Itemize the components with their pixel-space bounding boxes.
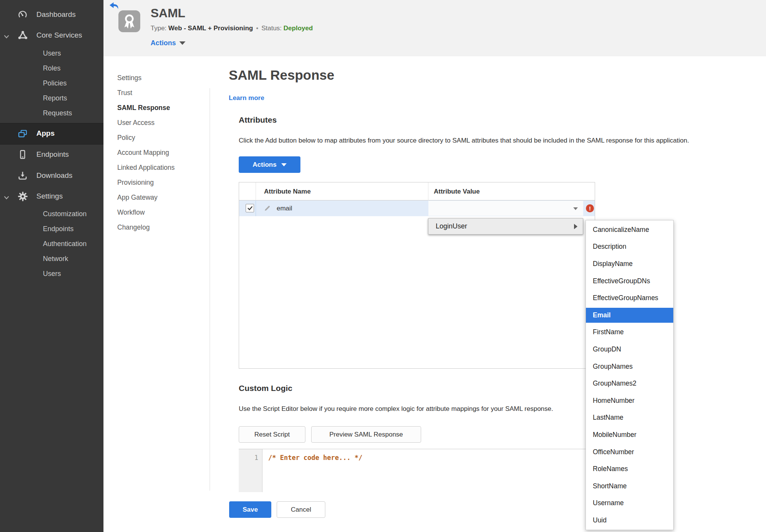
attributes-actions-label: Actions xyxy=(253,161,276,169)
sidebar-item-endpoints[interactable]: Endpoints xyxy=(0,147,103,162)
menu-item-lastname[interactable]: LastName xyxy=(586,409,673,427)
row-checkbox[interactable] xyxy=(246,204,254,212)
sidebar-subitem-label: Policies xyxy=(43,79,67,87)
menu-item-shortname[interactable]: ShortName xyxy=(586,478,673,495)
sidebar-subitem-label: Customization xyxy=(43,210,87,218)
menu-item-uuid[interactable]: Uuid xyxy=(586,512,673,529)
saml-app-icon xyxy=(118,10,140,32)
download-icon xyxy=(17,170,28,181)
learn-more-link[interactable]: Learn more xyxy=(229,94,264,102)
sidebar-item-label: Endpoints xyxy=(36,150,69,159)
column-divider xyxy=(256,182,256,200)
sidebar-item-settings-users[interactable]: Users xyxy=(0,266,103,281)
sidebar-subitem-label: Roles xyxy=(43,64,61,72)
editor-gutter: 1 xyxy=(239,449,262,492)
table-row[interactable]: email ! xyxy=(239,200,595,216)
attributes-actions-button[interactable]: Actions xyxy=(239,156,300,173)
app-header: SAML Type: Web - SAML + Provisioning•Sta… xyxy=(103,0,766,56)
sidebar-item-reports[interactable]: Reports xyxy=(0,91,103,105)
header-actions-label: Actions xyxy=(151,39,176,47)
sidebar-item-authentication[interactable]: Authentication xyxy=(0,236,103,251)
column-header-attribute-value: Attribute Value xyxy=(434,182,480,200)
table-header-row: Attribute Name Attribute Value xyxy=(239,182,595,200)
header-actions-menu[interactable]: Actions xyxy=(151,39,185,47)
editor-line-number: 1 xyxy=(254,454,258,461)
page-title: SAML Response xyxy=(229,67,335,83)
attributes-heading: Attributes xyxy=(239,115,277,125)
app-subnav: Settings Trust SAML Response User Access… xyxy=(103,71,210,492)
menu-item-canonicalizename[interactable]: CanonicalizeName xyxy=(586,221,673,238)
chevron-down-icon xyxy=(179,41,185,45)
phone-icon xyxy=(17,149,28,160)
value-submenu: CanonicalizeName Description DisplayName… xyxy=(586,220,674,530)
sidebar-item-dashboards[interactable]: Dashboards xyxy=(0,7,103,22)
menu-item-rolenames[interactable]: RoleNames xyxy=(586,460,673,478)
menu-item-mobilenumber[interactable]: MobileNumber xyxy=(586,426,673,443)
attribute-value-select[interactable] xyxy=(428,201,583,216)
menu-item-officenumber[interactable]: OfficeNumber xyxy=(586,443,673,461)
menu-item-description[interactable]: Description xyxy=(586,238,673,256)
subnav-item-app-gateway[interactable]: App Gateway xyxy=(117,190,157,205)
column-divider xyxy=(256,200,256,216)
pencil-edit-icon[interactable] xyxy=(264,205,271,212)
sidebar-subitem-label: Users xyxy=(43,49,61,57)
menu-item-groupnames2[interactable]: GroupNames2 xyxy=(586,375,673,392)
sidebar-item-users[interactable]: Users xyxy=(0,46,103,61)
submenu-arrow-icon xyxy=(574,224,577,229)
menu-item-homenumber[interactable]: HomeNumber xyxy=(586,392,673,409)
save-label: Save xyxy=(243,506,258,514)
menu-item-effectivegroupnames[interactable]: EffectiveGroupNames xyxy=(586,289,673,307)
script-editor[interactable]: 1 /* Enter code here... */ xyxy=(239,449,595,492)
cancel-button[interactable]: Cancel xyxy=(277,501,325,518)
subnav-divider xyxy=(210,88,210,491)
subnav-item-account-mapping[interactable]: Account Mapping xyxy=(117,145,169,160)
reset-script-label: Reset Script xyxy=(254,431,290,438)
sidebar-item-settings-endpoints[interactable]: Endpoints xyxy=(0,222,103,236)
subnav-item-provisioning[interactable]: Provisioning xyxy=(117,175,154,190)
menu-item-groupdn[interactable]: GroupDN xyxy=(586,341,673,358)
sidebar-item-settings[interactable]: Settings xyxy=(0,189,103,204)
menu-item-firstname[interactable]: FirstName xyxy=(586,324,673,341)
sidebar-item-network[interactable]: Network xyxy=(0,251,103,266)
menu-item-email[interactable]: Email xyxy=(586,308,673,323)
value-menu-parent-loginuser[interactable]: LoginUser xyxy=(428,218,583,235)
dot-separator: • xyxy=(253,25,261,32)
sidebar-item-policies[interactable]: Policies xyxy=(0,76,103,90)
menu-item-username[interactable]: Username xyxy=(586,495,673,512)
sidebar-subitem-label: Reports xyxy=(43,94,67,102)
sidebar-item-apps[interactable]: Apps xyxy=(0,123,103,144)
preview-saml-response-button[interactable]: Preview SAML Response xyxy=(311,426,421,443)
back-arrow-icon[interactable] xyxy=(109,2,119,10)
app-root: Dashboards Core Services Users Roles Pol… xyxy=(0,0,766,532)
subnav-item-changelog[interactable]: Changelog xyxy=(117,220,150,235)
sidebar-item-downloads[interactable]: Downloads xyxy=(0,168,103,183)
chevron-down-icon xyxy=(573,207,578,210)
subnav-item-trust[interactable]: Trust xyxy=(117,85,132,100)
subnav-item-linked-applications[interactable]: Linked Applications xyxy=(117,160,175,175)
sidebar-item-roles[interactable]: Roles xyxy=(0,61,103,76)
sidebar-item-requests[interactable]: Requests xyxy=(0,106,103,120)
subnav-item-saml-response[interactable]: SAML Response xyxy=(117,100,170,115)
subnav-item-settings[interactable]: Settings xyxy=(117,71,141,85)
subnav-item-policy[interactable]: Policy xyxy=(117,130,135,145)
sidebar-subitem-label: Endpoints xyxy=(43,225,74,233)
save-button[interactable]: Save xyxy=(229,501,271,518)
column-header-attribute-name: Attribute Name xyxy=(264,182,311,200)
cancel-label: Cancel xyxy=(291,506,311,514)
apps-icon xyxy=(17,128,28,140)
gear-icon xyxy=(17,190,28,202)
status-badge: Deployed xyxy=(284,25,313,32)
sidebar-item-customization[interactable]: Customization xyxy=(0,207,103,221)
subnav-item-user-access[interactable]: User Access xyxy=(117,115,154,130)
chevron-down-icon xyxy=(4,33,9,37)
menu-item-groupnames[interactable]: GroupNames xyxy=(586,358,673,375)
sidebar-subitem-label: Requests xyxy=(43,109,72,117)
editor-code-line[interactable]: /* Enter code here... */ xyxy=(268,454,362,461)
sidebar: Dashboards Core Services Users Roles Pol… xyxy=(0,0,103,532)
menu-item-displayname[interactable]: DisplayName xyxy=(586,255,673,273)
subnav-item-workflow[interactable]: Workflow xyxy=(117,205,145,220)
status-label: Status: xyxy=(261,25,282,32)
reset-script-button[interactable]: Reset Script xyxy=(239,426,305,443)
menu-item-effectivegroupdns[interactable]: EffectiveGroupDNs xyxy=(586,273,673,290)
sidebar-item-core-services[interactable]: Core Services xyxy=(0,28,103,43)
